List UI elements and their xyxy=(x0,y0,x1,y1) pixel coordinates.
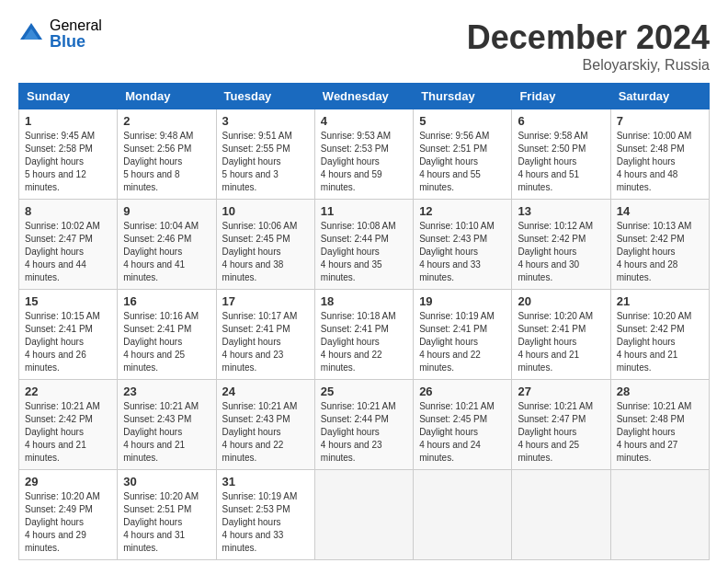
daylight-value: 4 hours and 22 minutes. xyxy=(321,350,382,373)
logo-icon xyxy=(18,21,44,47)
daylight-label: Daylight hours xyxy=(321,337,380,347)
calendar-cell: 15 Sunrise: 10:15 AM Sunset: 2:41 PM Day… xyxy=(19,290,118,380)
sunrise-label: Sunrise: 10:18 AM xyxy=(321,311,396,321)
sunrise-label: Sunrise: 10:16 AM xyxy=(123,311,199,321)
sunset-label: Sunset: 2:47 PM xyxy=(25,234,93,244)
daylight-label: Daylight hours xyxy=(25,337,84,347)
daylight-label: Daylight hours xyxy=(617,337,676,347)
calendar-cell: 24 Sunrise: 10:21 AM Sunset: 2:43 PM Day… xyxy=(216,380,314,470)
calendar-week-row: 29 Sunrise: 10:20 AM Sunset: 2:49 PM Day… xyxy=(19,470,710,560)
sunrise-label: Sunrise: 9:45 AM xyxy=(25,131,95,141)
sunset-label: Sunset: 2:51 PM xyxy=(419,144,487,154)
sunset-label: Sunset: 2:55 PM xyxy=(222,144,290,154)
sunset-label: Sunset: 2:53 PM xyxy=(321,144,389,154)
logo-general: General xyxy=(50,18,102,33)
day-info: Sunrise: 10:15 AM Sunset: 2:41 PM Daylig… xyxy=(25,310,111,374)
sunset-label: Sunset: 2:45 PM xyxy=(222,234,290,244)
daylight-value: 4 hours and 31 minutes. xyxy=(123,530,185,553)
calendar-cell-empty xyxy=(314,470,413,560)
day-info: Sunrise: 10:20 AM Sunset: 2:49 PM Daylig… xyxy=(25,490,111,555)
sunset-label: Sunset: 2:45 PM xyxy=(419,414,487,424)
sunset-label: Sunset: 2:42 PM xyxy=(25,414,93,424)
daylight-value: 4 hours and 22 minutes. xyxy=(419,350,481,373)
calendar-cell: 31 Sunrise: 10:19 AM Sunset: 2:53 PM Day… xyxy=(216,470,314,560)
sunset-label: Sunset: 2:58 PM xyxy=(25,144,93,154)
calendar-cell: 30 Sunrise: 10:20 AM Sunset: 2:51 PM Day… xyxy=(118,470,216,560)
day-number: 7 xyxy=(617,114,703,128)
day-info: Sunrise: 10:00 AM Sunset: 2:48 PM Daylig… xyxy=(617,130,703,194)
daylight-value: 4 hours and 48 minutes. xyxy=(617,169,678,192)
col-sunday: Sunday xyxy=(19,84,118,109)
col-monday: Monday xyxy=(118,84,216,109)
day-info: Sunrise: 9:56 AM Sunset: 2:51 PM Dayligh… xyxy=(419,130,506,194)
day-number: 20 xyxy=(518,294,604,308)
calendar-cell: 2 Sunrise: 9:48 AM Sunset: 2:56 PM Dayli… xyxy=(118,109,216,200)
sunrise-label: Sunrise: 10:21 AM xyxy=(25,401,100,411)
day-number: 26 xyxy=(419,385,506,398)
month-title: December 2024 xyxy=(467,18,710,57)
daylight-label: Daylight hours xyxy=(419,337,478,347)
day-number: 9 xyxy=(123,204,210,218)
calendar-cell: 3 Sunrise: 9:51 AM Sunset: 2:55 PM Dayli… xyxy=(216,109,314,200)
sunset-label: Sunset: 2:43 PM xyxy=(123,414,191,424)
daylight-value: 4 hours and 26 minutes. xyxy=(25,350,86,373)
sunset-label: Sunset: 2:42 PM xyxy=(617,234,685,244)
day-number: 24 xyxy=(222,385,309,398)
day-number: 16 xyxy=(123,294,210,308)
sunrise-label: Sunrise: 10:20 AM xyxy=(25,491,100,501)
calendar-cell: 23 Sunrise: 10:21 AM Sunset: 2:43 PM Day… xyxy=(118,380,216,470)
calendar-cell: 1 Sunrise: 9:45 AM Sunset: 2:58 PM Dayli… xyxy=(19,109,118,200)
calendar-cell: 25 Sunrise: 10:21 AM Sunset: 2:44 PM Day… xyxy=(314,380,413,470)
sunset-label: Sunset: 2:43 PM xyxy=(419,234,487,244)
sunrise-label: Sunrise: 10:21 AM xyxy=(518,401,593,411)
col-friday: Friday xyxy=(512,84,610,109)
daylight-value: 4 hours and 51 minutes. xyxy=(518,169,579,192)
daylight-value: 4 hours and 30 minutes. xyxy=(518,259,579,282)
sunrise-label: Sunrise: 9:58 AM xyxy=(518,131,587,141)
daylight-label: Daylight hours xyxy=(617,427,676,437)
day-info: Sunrise: 10:21 AM Sunset: 2:43 PM Daylig… xyxy=(123,400,210,465)
calendar-cell-empty xyxy=(414,470,512,560)
daylight-value: 4 hours and 59 minutes. xyxy=(321,169,382,192)
sunset-label: Sunset: 2:48 PM xyxy=(617,144,685,154)
day-info: Sunrise: 10:21 AM Sunset: 2:48 PM Daylig… xyxy=(617,400,703,465)
calendar-cell: 17 Sunrise: 10:17 AM Sunset: 2:41 PM Day… xyxy=(216,290,314,380)
calendar-cell: 20 Sunrise: 10:20 AM Sunset: 2:41 PM Day… xyxy=(512,290,610,380)
sunset-label: Sunset: 2:42 PM xyxy=(518,234,586,244)
sunrise-label: Sunrise: 10:21 AM xyxy=(321,401,396,411)
sunrise-label: Sunrise: 9:48 AM xyxy=(123,131,193,141)
sunrise-label: Sunrise: 10:02 AM xyxy=(25,221,100,231)
sunset-label: Sunset: 2:41 PM xyxy=(222,324,290,334)
day-info: Sunrise: 10:21 AM Sunset: 2:45 PM Daylig… xyxy=(419,400,506,465)
sunset-label: Sunset: 2:44 PM xyxy=(321,234,389,244)
sunrise-label: Sunrise: 10:13 AM xyxy=(617,221,692,231)
daylight-label: Daylight hours xyxy=(321,247,380,257)
daylight-value: 4 hours and 35 minutes. xyxy=(321,259,382,282)
day-number: 21 xyxy=(617,294,703,308)
daylight-value: 5 hours and 12 minutes. xyxy=(25,169,86,192)
day-number: 25 xyxy=(321,385,407,398)
day-info: Sunrise: 10:10 AM Sunset: 2:43 PM Daylig… xyxy=(419,220,506,284)
day-number: 28 xyxy=(617,385,703,398)
calendar-week-row: 15 Sunrise: 10:15 AM Sunset: 2:41 PM Day… xyxy=(19,290,710,380)
daylight-label: Daylight hours xyxy=(25,156,84,167)
day-number: 4 xyxy=(321,114,407,128)
sunrise-label: Sunrise: 10:21 AM xyxy=(222,401,298,411)
sunset-label: Sunset: 2:51 PM xyxy=(123,504,191,514)
daylight-label: Daylight hours xyxy=(518,337,576,347)
calendar-week-row: 22 Sunrise: 10:21 AM Sunset: 2:42 PM Day… xyxy=(19,380,710,470)
day-info: Sunrise: 10:04 AM Sunset: 2:46 PM Daylig… xyxy=(123,220,210,284)
sunrise-label: Sunrise: 10:06 AM xyxy=(222,221,298,231)
day-number: 18 xyxy=(321,294,407,308)
sunset-label: Sunset: 2:56 PM xyxy=(123,144,191,154)
sunrise-label: Sunrise: 10:20 AM xyxy=(518,311,593,321)
daylight-value: 4 hours and 24 minutes. xyxy=(419,440,481,463)
day-number: 10 xyxy=(222,204,309,218)
calendar-cell-empty xyxy=(512,470,610,560)
day-info: Sunrise: 10:16 AM Sunset: 2:41 PM Daylig… xyxy=(123,310,210,374)
day-number: 30 xyxy=(123,475,210,488)
sunrise-label: Sunrise: 9:51 AM xyxy=(222,131,292,141)
calendar-cell: 4 Sunrise: 9:53 AM Sunset: 2:53 PM Dayli… xyxy=(314,109,413,200)
sunrise-label: Sunrise: 10:08 AM xyxy=(321,221,396,231)
logo: General Blue xyxy=(18,18,102,50)
